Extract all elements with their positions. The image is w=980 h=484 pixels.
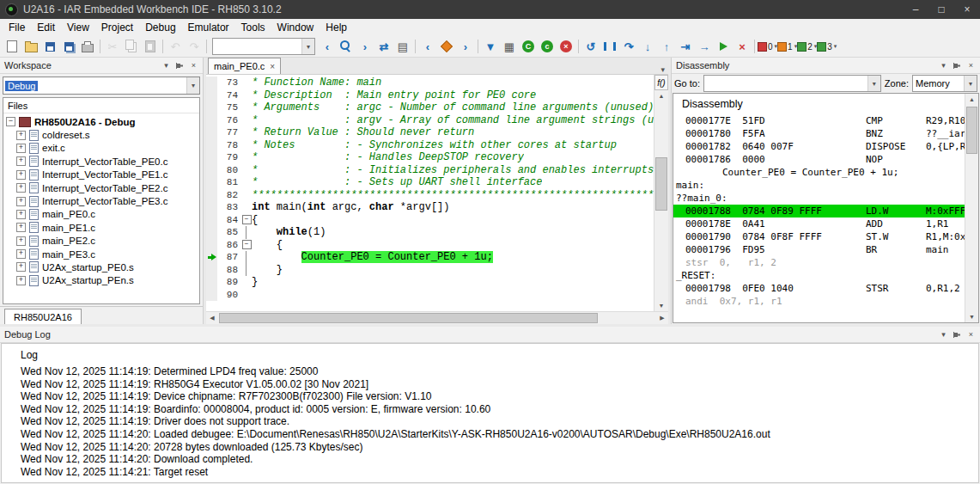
pin-icon[interactable] [175, 62, 185, 70]
disassembly-row[interactable]: stsr 0, r1, 2 [673, 256, 965, 269]
editor-line[interactable]: 85 while(1) [206, 226, 654, 239]
find-previous-button[interactable]: ‹ [318, 38, 337, 55]
tree-item[interactable]: +U2Ax_startup_PEn.s [3, 274, 199, 287]
view-2-button[interactable]: 2▾ [797, 38, 817, 55]
undo-button[interactable]: ↶ [166, 38, 185, 55]
menu-item-debug[interactable]: Debug [139, 20, 181, 36]
scrollbar-track[interactable] [654, 101, 668, 300]
step-into-button[interactable]: ↓ [638, 38, 657, 55]
editor-line[interactable]: 76* : argv - Array of command line argum… [206, 114, 654, 127]
disassembly-row[interactable]: andi 0x7, r1, r1 [673, 295, 965, 308]
compile-button[interactable]: ▼ [481, 38, 500, 55]
config-combo[interactable]: Debug ▾ [3, 77, 200, 95]
breakpoint-margin[interactable] [206, 101, 217, 114]
editor-line[interactable]: 83int main(int argc, char *argv[]) [206, 201, 654, 214]
disassembly-row[interactable]: 00001798 0FE0 1040STSR0,R1,2 [673, 282, 965, 295]
next-bookmark-button[interactable]: › [456, 38, 475, 55]
break-button[interactable] [600, 38, 619, 55]
find-combo[interactable]: ▾ [212, 38, 315, 55]
view-0-button[interactable]: 0▾ [758, 38, 777, 55]
disassembly-row[interactable]: ??main_0: [673, 192, 965, 205]
expand-icon[interactable]: + [16, 276, 26, 285]
breakpoint-margin[interactable] [206, 176, 217, 189]
replace-button[interactable]: ⇄ [374, 38, 393, 55]
editor-line[interactable]: 90 [206, 289, 654, 302]
chevron-down-icon[interactable]: ▾ [867, 76, 880, 91]
expand-icon[interactable]: + [16, 262, 26, 272]
function-list-button[interactable]: f() [654, 75, 668, 90]
breakpoint-margin[interactable] [206, 189, 217, 202]
disassembly-row[interactable]: 00001780 F5FABNZ??__iar_da [673, 127, 965, 140]
chevron-down-icon[interactable]: ▾ [660, 65, 668, 74]
cstat-analyze-button[interactable]: C [519, 38, 538, 55]
expand-icon[interactable]: + [16, 144, 26, 153]
breakpoint-margin[interactable] [206, 226, 217, 239]
run-to-cursor-button[interactable]: → [695, 38, 714, 55]
reset-button[interactable]: ↺ [581, 38, 600, 55]
go-button[interactable] [714, 38, 733, 55]
scrollbar-thumb[interactable] [966, 107, 977, 154]
find-input[interactable] [213, 40, 301, 52]
breakpoint-margin[interactable] [206, 77, 217, 89]
scroll-down-icon[interactable]: ▼ [965, 311, 978, 322]
find-in-files-button[interactable]: ▤ [393, 38, 412, 55]
menu-item-edit[interactable]: Edit [31, 20, 61, 36]
fold-collapse-icon[interactable]: − [242, 215, 252, 224]
tree-item[interactable]: +main_PE0.c [3, 208, 199, 221]
cstat-clean-button[interactable]: c [538, 38, 557, 55]
fold-margin[interactable] [241, 126, 252, 139]
cut-button[interactable]: ✂ [103, 38, 122, 55]
chevron-down-icon[interactable]: ▾ [301, 39, 314, 54]
editor-line[interactable]: 80* : - Initializes peripherals and enab… [206, 164, 654, 177]
chevron-down-icon[interactable]: ▾ [939, 330, 948, 339]
breakpoint-margin[interactable] [206, 89, 217, 102]
expand-icon[interactable]: + [16, 183, 26, 193]
editor-line[interactable]: 82**************************************… [206, 189, 654, 202]
breakpoint-margin[interactable] [206, 164, 217, 177]
menu-item-file[interactable]: File [3, 20, 31, 36]
previous-bookmark-button[interactable]: ‹ [418, 38, 437, 55]
breakpoint-margin[interactable] [206, 264, 217, 277]
expand-icon[interactable]: + [16, 170, 26, 180]
breakpoint-margin[interactable] [206, 289, 217, 302]
menu-item-tools[interactable]: Tools [235, 20, 271, 36]
disassembly-row[interactable]: 00001790 0784 0F8F FFFFST.WR1,M:0xFFFF [673, 230, 965, 243]
close-icon[interactable]: × [270, 62, 275, 71]
print-button[interactable] [78, 38, 97, 55]
disassembly-content[interactable]: Disassembly 0000177E 51FDCMPR29,R1000001… [673, 94, 965, 322]
editor-line[interactable]: 75* Arguments : argc - Number of command… [206, 101, 654, 114]
fold-margin[interactable] [241, 176, 252, 189]
tree-item[interactable]: +Interrupt_VectorTable_PE2.c [3, 181, 199, 194]
editor-line[interactable]: 79* : - Handles DeepSTOP recovery [206, 151, 654, 164]
breakpoint-margin[interactable] [206, 251, 217, 264]
fold-margin[interactable]: − [241, 214, 252, 227]
tree-item[interactable]: +U2Ax_startup_PE0.s [3, 260, 199, 273]
disassembly-row[interactable]: 00001786 0000NOP [673, 153, 965, 166]
editor-line[interactable]: 81* : - Sets up UART shell interface [206, 176, 654, 189]
scroll-left-icon[interactable]: ◀ [206, 312, 218, 324]
next-statement-button[interactable]: ⇥ [676, 38, 695, 55]
save-button[interactable] [40, 38, 59, 55]
scroll-down-icon[interactable]: ▼ [654, 300, 668, 311]
fold-margin[interactable] [241, 77, 252, 89]
expand-icon[interactable]: + [16, 249, 26, 259]
breakpoint-margin[interactable] [206, 139, 217, 152]
disassembly-row[interactable]: _RESET: [673, 269, 965, 282]
stop-debugging-button[interactable]: × [733, 38, 752, 55]
disassembly-row[interactable]: main: [673, 179, 965, 192]
fold-margin[interactable] [241, 226, 252, 239]
debug-log-content[interactable]: Log Wed Nov 12, 2025 11:14:19: Determine… [1, 343, 979, 483]
scrollbar-thumb[interactable] [219, 313, 598, 323]
close-icon[interactable]: × [966, 61, 976, 70]
disassembly-row[interactable]: Counter_PE0 = Counter_PE0 + 1u; [673, 166, 965, 179]
collapse-icon[interactable]: − [6, 117, 15, 126]
editor-line[interactable]: 87 Counter_PE0 = Counter_PE0 + 1u; [206, 251, 654, 264]
copy-button[interactable] [122, 38, 141, 55]
editor-tab[interactable]: main_PE0.c × [208, 58, 281, 74]
new-document-button[interactable] [3, 38, 21, 55]
breakpoint-margin[interactable] [206, 214, 217, 227]
find-button[interactable] [337, 38, 356, 55]
tree-item[interactable]: +Interrupt_VectorTable_PE3.c [3, 194, 199, 207]
redo-button[interactable]: ↷ [185, 38, 204, 55]
disassembly-row[interactable]: 00001782 0640 007FDISPOSE0,{LP,R29} [673, 140, 965, 153]
